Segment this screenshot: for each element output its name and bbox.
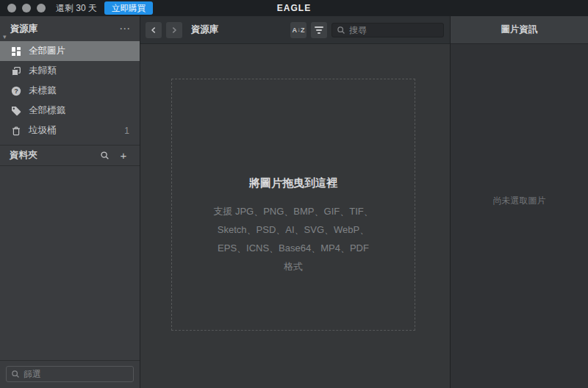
sidebar-item-all-images[interactable]: 全部圖片 <box>0 41 140 61</box>
folders-header-label: 資料夾 <box>10 149 98 162</box>
folder-filter-input[interactable] <box>24 369 129 379</box>
svg-text:?: ? <box>14 87 18 95</box>
search-input[interactable] <box>349 25 439 35</box>
more-options-icon[interactable]: ⋯ <box>119 25 131 32</box>
sidebar-filter-area <box>0 360 140 388</box>
close-window-icon[interactable] <box>7 4 16 12</box>
folder-search-icon[interactable] <box>98 149 111 162</box>
layers-icon <box>10 65 21 76</box>
info-panel-header: 圖片資訊 <box>451 16 588 44</box>
tag-icon <box>10 105 21 116</box>
chevron-down-icon[interactable]: ▾ <box>3 33 7 40</box>
grid-icon <box>10 46 21 57</box>
breadcrumb: 資源庫 <box>191 24 219 36</box>
folder-list-empty-area <box>0 166 140 360</box>
dropzone-title: 將圖片拖曳到這裡 <box>249 176 337 190</box>
search-icon <box>337 26 345 35</box>
trial-days-remaining: 還剩 30 天 <box>56 2 97 15</box>
sidebar-item-uncategorized[interactable]: 未歸類 <box>0 61 140 81</box>
sidebar-item-label: 垃圾桶 <box>29 124 57 137</box>
sidebar-item-all-tags[interactable]: 全部標籤 <box>0 101 140 121</box>
back-button[interactable] <box>146 22 162 38</box>
window-controls <box>7 4 46 12</box>
sort-az-icon: A↓Z <box>293 26 305 34</box>
sidebar-item-trash[interactable]: 垃圾桶 1 <box>0 121 140 140</box>
app-window: 還剩 30 天 立即購買 EAGLE ▾ 資源庫 ⋯ 全部圖片 <box>0 0 588 388</box>
sidebar-item-label: 全部標籤 <box>29 104 65 117</box>
trash-count-badge: 1 <box>124 126 129 136</box>
minimize-window-icon[interactable] <box>22 4 31 12</box>
search-box[interactable] <box>331 23 444 37</box>
trash-icon <box>10 125 21 136</box>
folders-section-header: 資料夾 + <box>0 146 140 166</box>
main-area: 資源庫 A↓Z <box>140 16 450 388</box>
titlebar: 還剩 30 天 立即購買 EAGLE <box>0 0 588 16</box>
dropzone-supported-formats: 支援 JPG、PNG、BMP、GIF、TIF、 Sketch、PSD、AI、SV… <box>213 202 373 276</box>
content-canvas: 將圖片拖曳到這裡 支援 JPG、PNG、BMP、GIF、TIF、 Sketch、… <box>140 44 450 388</box>
add-folder-icon[interactable]: + <box>117 149 130 162</box>
zoom-window-icon[interactable] <box>37 4 46 12</box>
filter-button[interactable] <box>311 22 327 38</box>
info-panel: 圖片資訊 尚未選取圖片 <box>450 16 588 388</box>
sidebar-item-untagged[interactable]: ? 未標籤 <box>0 81 140 101</box>
filter-icon <box>315 26 323 34</box>
sidebar: ▾ 資源庫 ⋯ 全部圖片 <box>0 16 140 388</box>
library-header-label: 資源庫 <box>10 23 119 35</box>
question-icon: ? <box>10 85 21 96</box>
info-panel-body: 尚未選取圖片 <box>451 44 588 388</box>
buy-now-button[interactable]: 立即購買 <box>104 1 153 15</box>
sidebar-item-label: 未歸類 <box>29 65 57 77</box>
folder-filter-box[interactable] <box>6 366 134 382</box>
sidebar-item-label: 全部圖片 <box>29 45 65 57</box>
image-dropzone[interactable]: 將圖片拖曳到這裡 支援 JPG、PNG、BMP、GIF、TIF、 Sketch、… <box>171 79 415 331</box>
forward-button[interactable] <box>166 22 182 38</box>
search-icon <box>11 370 20 378</box>
sort-button[interactable]: A↓Z <box>290 22 306 38</box>
main-toolbar: 資源庫 A↓Z <box>140 16 450 44</box>
no-selection-text: 尚未選取圖片 <box>493 195 546 388</box>
sidebar-item-label: 未標籤 <box>29 85 57 97</box>
library-section-header[interactable]: ▾ 資源庫 ⋯ <box>0 16 140 41</box>
